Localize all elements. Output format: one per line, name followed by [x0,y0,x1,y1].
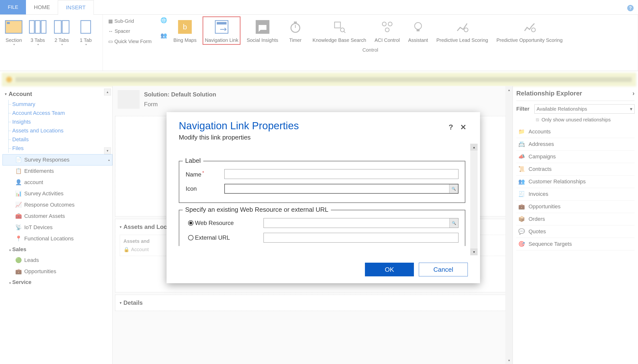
rel-item-accounts[interactable]: 📁Accounts [516,126,634,138]
opp-score-icon [521,18,538,36]
rel-item-customer-rel[interactable]: 👥Customer Relationships [516,176,634,188]
external-url-input[interactable] [264,233,458,242]
scroll-down-icon[interactable]: ▾ [505,357,513,364]
entity-avatar [118,90,140,109]
tree-account-heading[interactable]: Account [3,88,112,100]
radio-external-url[interactable]: External URL [186,234,259,241]
dialog-scrollbar[interactable]: ▴ ▾ [470,144,478,255]
lock-icon: 🔒 [124,247,130,252]
rel-item-addresses[interactable]: 📇Addresses [516,138,634,150]
nav-section-service[interactable]: Service [3,277,112,288]
nav-item-account[interactable]: 👤account [3,177,112,188]
nav-item-leads[interactable]: 🟢Leads [3,254,112,266]
kb-label: Knowledge Base Search [313,37,366,43]
icon-lookup-button[interactable]: 🔍 [449,184,458,193]
rel-item-quotes[interactable]: 💬Quotes [516,226,634,238]
rel-item-campaigns[interactable]: 📣Campaigns [516,150,634,163]
web-resource-input[interactable]: 🔍 [264,218,458,228]
fieldset-resource: Specify an existing Web Resource or exte… [179,210,465,246]
kb-search-button[interactable]: Knowledge Base Search [311,17,368,44]
quick-view-label: Quick View Form [114,39,152,44]
help-icon[interactable]: ? [627,5,633,11]
tree-link-files[interactable]: Files [3,144,112,153]
filter-select[interactable]: Available Relationships ▾ [534,104,634,114]
rel-item-opportunities[interactable]: 💼Opportunities [516,200,634,213]
ok-button[interactable]: OK [365,263,414,276]
one-tab-button[interactable]: 1 Tab▾ [75,17,97,48]
nav-item-iot[interactable]: 📡IoT Devices [3,222,112,233]
radio-icon [188,235,194,240]
name-input[interactable] [224,169,458,179]
chevron-right-icon[interactable]: › [632,90,634,97]
three-tabs-label: 3 Tabs [31,37,45,43]
legend-label: Label [183,157,203,164]
cancel-button[interactable]: Cancel [419,263,468,276]
nav-item-response-outcomes[interactable]: 📈Response Outcomes [3,199,112,210]
window-tabs: FILE HOME INSERT ? [0,0,638,15]
rel-item-label: Customer Relationships [528,178,586,185]
navigation-link-button[interactable]: Navigation Link [203,17,240,44]
tree-link-assets[interactable]: Assets and Locations [3,126,112,135]
center-scrollbar[interactable]: ▴ ▾ [505,86,513,364]
social-insights-button[interactable]: Social Insights [245,17,280,44]
block-field-account: Account [131,247,149,252]
solution-title: Solution: Default Solution [144,91,216,98]
only-unused-checkbox[interactable] [536,118,539,122]
timer-button[interactable]: Timer [285,17,306,44]
tab-home[interactable]: HOME [26,0,58,14]
nav-item-entitlements[interactable]: 📋Entitlements [3,166,112,177]
section-button[interactable]: Section▾ [3,17,25,48]
tree-link-access-team[interactable]: Account Access Team [3,109,112,118]
icon-input[interactable]: 🔍 [224,184,458,194]
scroll-up-icon[interactable]: ▴ [470,144,478,150]
aci-control-button[interactable]: ACI Control [372,17,402,44]
only-unused-label: Only show unused relationships [541,117,610,123]
rel-item-orders[interactable]: 📦Orders [516,213,634,226]
web-resource-lookup-button[interactable]: 🔍 [449,218,458,228]
two-tabs-button[interactable]: 2 Tabs▾ [51,17,73,48]
section-icon [5,18,23,36]
tree-link-summary[interactable]: Summary [3,100,112,109]
survey-icon: 📄 [15,156,22,163]
tree-link-details[interactable]: Details [3,135,112,144]
bing-maps-button[interactable]: b Bing Maps [171,17,199,44]
rel-item-contracts[interactable]: 📜Contracts [516,163,634,176]
nav-item-customer-assets[interactable]: 🧰Customer Assets [3,210,112,222]
nav-item-opps[interactable]: 💼Opportunities [3,266,112,277]
nav-item-survey-activities[interactable]: 📊Survey Activities [3,188,112,199]
two-tabs-label: 2 Tabs [55,37,69,43]
tab-insert[interactable]: INSERT [58,0,94,15]
rel-item-invoices[interactable]: 🧾Invoices [516,188,634,200]
nav-item-func-locations[interactable]: 📍Functional Locations [3,233,112,244]
entitlements-icon: 📋 [15,168,22,174]
dialog-help-icon[interactable]: ? [449,123,453,131]
lead-scoring-button[interactable]: Predictive Lead Scoring [434,17,490,44]
opp-scoring-button[interactable]: Predictive Opportunity Scoring [494,17,564,44]
subgrid-button[interactable]: ▦ Sub-Grid [106,17,154,26]
leads-icon: 🟢 [15,257,22,264]
block-header-details[interactable]: Details [115,295,510,311]
tab-file[interactable]: FILE [0,0,26,14]
nav-section-sales[interactable]: Sales [3,244,112,254]
legend-resource: Specify an existing Web Resource or exte… [183,206,331,214]
assistant-label: Assistant [408,37,428,43]
rel-item-seq-targets[interactable]: 🎯Sequence Targets [516,238,634,250]
assistant-button[interactable]: Assistant [406,17,430,44]
svg-point-19 [382,22,386,26]
three-tabs-button[interactable]: 3 Tabs▾ [27,17,49,48]
fieldset-label: Label Name* Icon 🔍 [179,161,465,203]
form-block-details[interactable]: Details [115,295,510,311]
scroll-down-icon[interactable]: ▾ [470,248,478,255]
radio-web-resource[interactable]: Web Resource [186,220,259,226]
nav-item-label: IoT Devices [24,224,53,230]
dialog-close-icon[interactable]: ✕ [460,123,466,132]
location-icon: 📍 [15,235,22,242]
quick-view-button[interactable]: ▭ Quick View Form [106,37,154,46]
scroll-up-icon[interactable]: ▴ [505,86,513,94]
spacer-button[interactable]: ↔ Spacer [106,27,154,36]
megaphone-icon: 📣 [518,153,525,160]
tree-link-insights[interactable]: Insights [3,118,112,126]
dialog-subtitle: Modify this link properties [179,132,468,141]
nav-item-survey-responses[interactable]: 📄 Survey Responses ▴ [3,154,112,166]
scroll-up-icon[interactable]: ▴ [108,158,110,162]
